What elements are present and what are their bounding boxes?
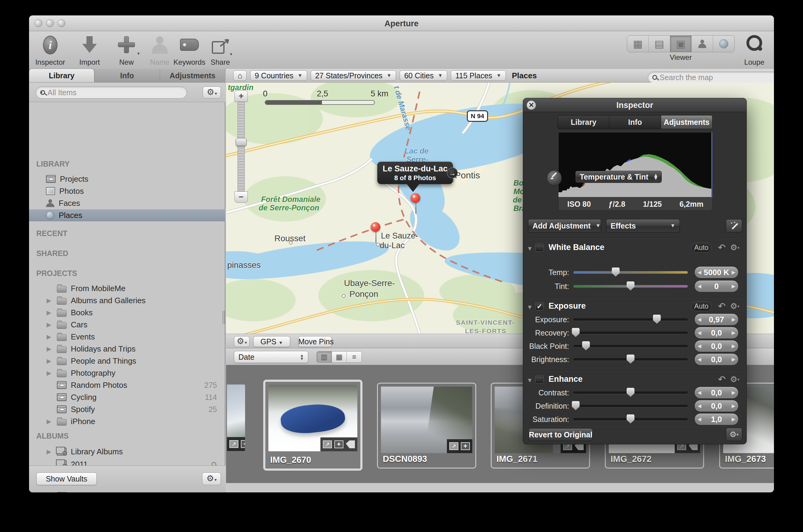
recovery-slider-thumb[interactable] bbox=[572, 328, 580, 337]
effects-dropdown[interactable]: Effects▼ bbox=[606, 219, 680, 232]
filmstrip-view-button[interactable]: ▥ bbox=[317, 352, 332, 362]
contrast-value-stepper[interactable]: ◀0,0▶ bbox=[694, 386, 738, 399]
sidebar-item-photos[interactable]: Photos bbox=[29, 185, 225, 197]
home-button[interactable]: ⌂ bbox=[233, 71, 247, 81]
sidebar-item-events[interactable]: ▶ Events bbox=[29, 331, 225, 343]
revert-to-original-button[interactable]: Revert to Original bbox=[529, 428, 593, 441]
disclosure-triangle-icon[interactable]: ▶ bbox=[47, 321, 51, 328]
temp-slider-thumb[interactable] bbox=[612, 267, 620, 277]
exposure-checkbox[interactable]: ✓ bbox=[535, 302, 544, 310]
saturation-value-stepper[interactable]: ◀1,0▶ bbox=[694, 413, 738, 425]
eyedropper-button[interactable] bbox=[547, 170, 562, 186]
disclosure-triangle-icon[interactable]: ▶ bbox=[47, 309, 51, 316]
reset-icon[interactable]: ↶ bbox=[718, 374, 726, 384]
callout-arrow-button[interactable]: → bbox=[447, 168, 458, 178]
disclosure-triangle-icon[interactable]: ▶ bbox=[47, 369, 51, 377]
tint-value-stepper[interactable]: ◀0▶ bbox=[694, 280, 738, 292]
zoom-slider-thumb[interactable] bbox=[236, 138, 247, 146]
recovery-value-stepper[interactable]: ◀0,0▶ bbox=[694, 327, 738, 339]
gear-icon[interactable]: ⚙▾ bbox=[730, 243, 740, 252]
viewer-view-button[interactable]: ▣ bbox=[670, 36, 692, 52]
saturation-slider-track[interactable] bbox=[573, 418, 688, 420]
sidebar-item-spotify[interactable]: Spotify 25 bbox=[29, 403, 225, 415]
zoom-out-button[interactable]: − bbox=[235, 191, 248, 203]
tab-adjustments[interactable]: Adjustments bbox=[160, 69, 225, 82]
states-dropdown[interactable]: 27 States/Provinces▼ bbox=[311, 71, 396, 81]
sidebar-item-projects[interactable]: Projects bbox=[29, 173, 225, 185]
black-point-slider-thumb[interactable] bbox=[582, 341, 590, 350]
tint-slider-thumb[interactable] bbox=[626, 281, 635, 290]
disclosure-triangle-icon[interactable]: ▼ bbox=[527, 245, 533, 252]
zoom-slider-track[interactable] bbox=[238, 102, 245, 191]
temp-slider-track[interactable] bbox=[573, 271, 688, 273]
sidebar-item-random-photos[interactable]: Random Photos 275 bbox=[29, 379, 225, 391]
contrast-slider-thumb[interactable] bbox=[626, 388, 635, 397]
add-adjustment-dropdown[interactable]: Add Adjustment▼ bbox=[528, 219, 601, 232]
disclosure-triangle-icon[interactable]: ▶ bbox=[47, 357, 51, 364]
share-toolbar-button[interactable]: ↗ ▾ Share bbox=[202, 34, 238, 68]
loupe-button[interactable]: Loupe bbox=[738, 34, 771, 68]
disclosure-triangle-icon[interactable]: ▶ bbox=[47, 297, 51, 304]
black-point-value-stepper[interactable]: ◀0,0▶ bbox=[694, 340, 738, 352]
tint-slider-track[interactable] bbox=[573, 285, 688, 287]
move-pins-button[interactable]: Move Pins bbox=[298, 336, 332, 347]
places-view-button[interactable] bbox=[713, 36, 734, 52]
exposure-slider-thumb[interactable] bbox=[653, 315, 661, 324]
map-search-field[interactable]: Search the map bbox=[648, 72, 774, 83]
inspector-tab-library[interactable]: Library bbox=[558, 115, 609, 129]
cities-dropdown[interactable]: 60 Cities▼ bbox=[400, 71, 447, 81]
disclosure-triangle-icon[interactable]: ▼ bbox=[527, 377, 533, 384]
reset-icon[interactable]: ↶ bbox=[718, 301, 726, 311]
gps-dropdown-button[interactable]: GPS ▼ bbox=[253, 336, 290, 347]
disclosure-triangle-icon[interactable]: ▼ bbox=[527, 304, 533, 311]
show-vaults-button[interactable]: Show Vaults bbox=[36, 472, 97, 485]
sidebar-item-cycling[interactable]: Cycling 114 bbox=[29, 391, 225, 403]
zoom-in-button[interactable]: + bbox=[235, 90, 248, 102]
reset-icon[interactable]: ↶ bbox=[718, 242, 726, 253]
gear-icon[interactable]: ⚙▾ bbox=[730, 301, 740, 311]
exposure-value-stepper[interactable]: ◀0,97▶ bbox=[694, 314, 738, 326]
photo-pin[interactable] bbox=[371, 222, 381, 245]
library-search-field[interactable]: ▾ All Items bbox=[36, 87, 187, 98]
tab-library[interactable]: Library bbox=[29, 69, 94, 82]
definition-value-stepper[interactable]: ◀0,0▶ bbox=[694, 400, 738, 412]
saturation-slider-thumb[interactable] bbox=[626, 414, 635, 423]
exposure-slider-track[interactable] bbox=[573, 318, 688, 321]
inspector-tab-adjustments[interactable]: Adjustments bbox=[661, 115, 712, 129]
grid-view-button[interactable]: ▦ bbox=[627, 36, 649, 52]
map-gear-button[interactable]: ⚙▾ bbox=[234, 336, 250, 347]
auto-enhance-wand-button[interactable] bbox=[726, 219, 742, 232]
thumbnail-img-2670[interactable]: ↗ + IMG_2670 bbox=[263, 380, 363, 471]
contrast-slider-track[interactable] bbox=[573, 392, 688, 394]
faces-view-button[interactable] bbox=[692, 36, 713, 52]
sidebar-item-photography[interactable]: ▶ Photography bbox=[29, 367, 225, 379]
browser-view-button[interactable]: ▤ bbox=[649, 36, 670, 52]
white-balance-checkbox[interactable] bbox=[535, 243, 544, 252]
enhance-checkbox[interactable] bbox=[535, 375, 544, 384]
inspector-title-bar[interactable]: ✕ Inspector bbox=[523, 98, 746, 112]
sidebar-item-holidays-and-trips[interactable]: ▶ Holidays and Trips bbox=[29, 343, 225, 355]
brightness-value-stepper[interactable]: ◀0,0▶ bbox=[694, 353, 738, 365]
sidebar-resize-handle[interactable] bbox=[223, 311, 225, 324]
disclosure-triangle-icon[interactable]: ▶ bbox=[47, 418, 51, 425]
grid-view-button[interactable]: ▦ bbox=[332, 352, 347, 362]
white-balance-auto-button[interactable]: Auto bbox=[691, 243, 711, 252]
disclosure-triangle-icon[interactable]: ▶ bbox=[47, 345, 51, 353]
inspector-gear-button[interactable]: ⚙▾ bbox=[726, 428, 742, 441]
places-dropdown[interactable]: 115 Places▼ bbox=[451, 71, 506, 81]
place-callout[interactable]: Le Sauze-du-Lac 8 of 8 Photos → bbox=[377, 162, 453, 184]
gear-icon[interactable]: ⚙▾ bbox=[730, 375, 740, 384]
thumbnail-partial[interactable]: ↗ + bbox=[227, 384, 245, 451]
disclosure-triangle-icon[interactable]: ▶ bbox=[47, 448, 51, 455]
photo-pin-selected[interactable] bbox=[410, 193, 421, 215]
countries-dropdown[interactable]: 9 Countries▼ bbox=[250, 71, 307, 81]
sort-by-dropdown[interactable]: Date ▲▼ bbox=[234, 351, 308, 363]
white-balance-mode-dropdown[interactable]: Temperature & Tint ▲▼ bbox=[575, 171, 662, 183]
brightness-slider-thumb[interactable] bbox=[626, 355, 635, 364]
sidebar-item-cars[interactable]: ▶ Cars bbox=[29, 319, 225, 331]
brightness-slider-track[interactable] bbox=[573, 358, 688, 361]
list-view-button[interactable]: ≡ bbox=[347, 352, 362, 362]
temp-value-stepper[interactable]: ◀5000 K▶ bbox=[694, 266, 738, 279]
black-point-slider-track[interactable] bbox=[573, 345, 688, 347]
disclosure-triangle-icon[interactable]: ▶ bbox=[47, 333, 51, 340]
